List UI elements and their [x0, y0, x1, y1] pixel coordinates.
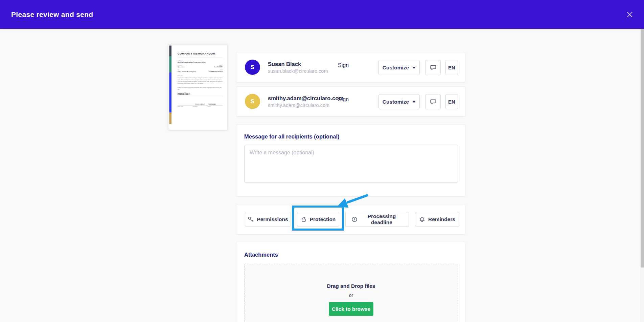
bell-icon — [419, 216, 425, 222]
comment-button[interactable] — [425, 94, 441, 109]
dropzone[interactable]: Drag and Drop files or Click to browse — [244, 264, 458, 322]
memo-signature-script: Besty Albert — [193, 103, 208, 105]
reminders-button[interactable]: Reminders — [415, 212, 459, 227]
memo-name-title-label: Name_Title — [178, 106, 192, 107]
memo-prepared-label: PREPARED: — [208, 103, 223, 105]
options-section: Permissions Protection Processing deadli… — [236, 204, 465, 234]
scrollbar-thumb[interactable] — [641, 29, 644, 267]
recipient-name: Susan Black — [268, 61, 339, 68]
lock-icon — [301, 216, 307, 222]
dropzone-or: or — [349, 293, 353, 298]
close-icon — [626, 11, 634, 18]
scrollbar[interactable] — [640, 29, 644, 322]
memo-subject-label: SUBJECT — [178, 60, 223, 61]
customize-label: Customize — [383, 65, 409, 71]
memo-status-label: Status — [208, 106, 223, 107]
memo-salutation: Dear Sirs, — [178, 75, 183, 77]
memo-ref-label: REF — [209, 69, 223, 71]
chevron-down-icon — [412, 67, 416, 69]
recipient-email: smithy.adam@circularo.com — [268, 103, 339, 108]
recipient-card: S smithy.adam@circularo.com smithy.adam@… — [236, 86, 465, 116]
memo-to-label: TO — [178, 69, 196, 71]
dropzone-title: Drag and Drop files — [327, 283, 375, 289]
memo-page: COMPANY MEMORANDUM SUBJECT Meeting Regar… — [168, 45, 228, 130]
avatar: S — [245, 94, 260, 109]
language-button[interactable]: EN — [445, 60, 458, 75]
browse-button[interactable]: Click to browse — [329, 302, 373, 316]
recipient-role: Sign — [338, 62, 349, 68]
close-button[interactable] — [624, 9, 635, 20]
memo-title: COMPANY MEMORANDUM — [178, 52, 223, 55]
comment-icon — [430, 64, 436, 71]
permissions-label: Permissions — [257, 216, 288, 222]
memo-prepared-by: PREPARED BY: — [178, 93, 223, 95]
attachments-heading: Attachments — [244, 252, 457, 258]
message-section: Message for all recipients (optional) — [236, 124, 465, 196]
recipient-email: susan.black@circularo.com — [268, 68, 339, 74]
customize-label: Customize — [383, 99, 409, 105]
memo-color-ribbon — [169, 46, 172, 127]
chevron-down-icon — [412, 101, 416, 103]
memo-signature-label: Signature — [193, 106, 208, 107]
memo-subject: Meeting Regarding Low Temperature Effect — [178, 62, 223, 63]
message-heading: Message for all recipients (optional) — [244, 133, 457, 140]
memo-date-label: DATE — [214, 65, 223, 66]
clock-icon — [351, 216, 358, 222]
protection-label: Protection — [310, 216, 336, 222]
memo-body2: Individual projects are quite acceptable… — [178, 87, 223, 90]
memo-project-label: PROJECT — [178, 65, 185, 66]
comment-button[interactable] — [425, 60, 441, 75]
language-button[interactable]: EN — [445, 94, 458, 109]
key-icon — [248, 216, 254, 222]
customize-button[interactable]: Customize — [378, 94, 420, 109]
message-textarea[interactable] — [244, 145, 458, 183]
protection-button[interactable]: Protection — [297, 212, 339, 227]
attachments-section: Attachments Drag and Drop files or Click… — [236, 242, 465, 322]
memo-date: Jun 06, 20XX — [214, 66, 223, 68]
comment-icon — [430, 99, 436, 105]
processing-deadline-label: Processing deadline — [361, 213, 403, 226]
document-thumbnail[interactable]: COMPANY MEMORANDUM SUBJECT Meeting Regar… — [168, 44, 228, 130]
memo-project: Operations — [178, 66, 185, 68]
memo-body1: the purpose of this memo is for you and … — [178, 77, 223, 84]
reminders-label: Reminders — [428, 216, 455, 222]
customize-button[interactable]: Customize — [378, 60, 420, 75]
recipient-card: S Susan Black susan.black@circularo.com … — [236, 52, 465, 82]
recipient-role: Sign — [338, 96, 349, 103]
modal-header: Please review and send — [0, 0, 644, 29]
memo-to: 5401 / Judson A. Lovingood — [178, 71, 196, 73]
memo-ref: FX/MEMO/00126/2019 — [209, 71, 223, 73]
processing-deadline-button[interactable]: Processing deadline — [345, 212, 409, 227]
avatar: S — [245, 60, 260, 75]
recipient-name: smithy.adam@circularo.com — [268, 95, 339, 102]
permissions-button[interactable]: Permissions — [245, 212, 291, 227]
page-title: Please review and send — [11, 10, 93, 19]
